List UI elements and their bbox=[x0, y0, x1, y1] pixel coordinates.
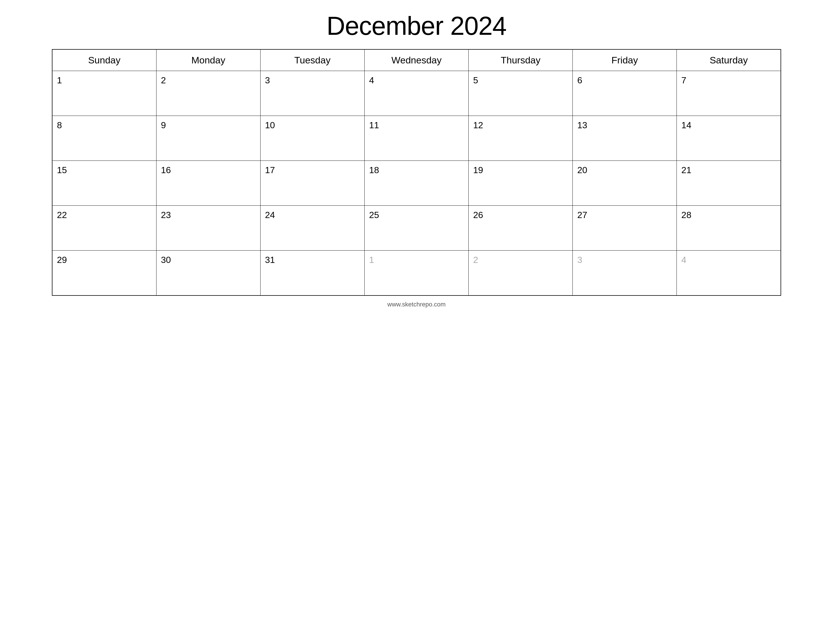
day-number: 9 bbox=[161, 120, 166, 130]
calendar-cell: 1 bbox=[52, 71, 156, 116]
calendar-cell: 18 bbox=[364, 161, 468, 206]
day-number: 15 bbox=[57, 165, 67, 175]
calendar-cell: 25 bbox=[364, 206, 468, 251]
calendar-cell: 17 bbox=[260, 161, 364, 206]
day-number: 5 bbox=[473, 75, 478, 85]
day-number: 17 bbox=[265, 165, 275, 175]
calendar-container: SundayMondayTuesdayWednesdayThursdayFrid… bbox=[52, 49, 781, 296]
calendar-week-row: 15161718192021 bbox=[52, 161, 781, 206]
day-header-row: SundayMondayTuesdayWednesdayThursdayFrid… bbox=[52, 49, 781, 71]
calendar-cell: 15 bbox=[52, 161, 156, 206]
calendar-cell: 19 bbox=[469, 161, 573, 206]
day-number: 29 bbox=[57, 255, 67, 265]
calendar-cell: 11 bbox=[364, 116, 468, 161]
day-of-week-saturday: Saturday bbox=[677, 49, 781, 71]
footer-url: www.sketchrepo.com bbox=[388, 301, 445, 308]
calendar-cell: 8 bbox=[52, 116, 156, 161]
day-of-week-wednesday: Wednesday bbox=[364, 49, 468, 71]
day-number: 26 bbox=[473, 210, 483, 220]
calendar-cell: 24 bbox=[260, 206, 364, 251]
day-number: 19 bbox=[473, 165, 483, 175]
calendar-cell: 1 bbox=[364, 251, 468, 295]
calendar-cell: 4 bbox=[364, 71, 468, 116]
calendar-week-row: 22232425262728 bbox=[52, 206, 781, 251]
day-number: 8 bbox=[57, 120, 62, 130]
calendar-cell: 27 bbox=[573, 206, 677, 251]
day-number: 12 bbox=[473, 120, 483, 130]
calendar-cell: 6 bbox=[573, 71, 677, 116]
calendar-cell: 26 bbox=[469, 206, 573, 251]
calendar-cell: 30 bbox=[156, 251, 260, 295]
calendar-cell: 13 bbox=[573, 116, 677, 161]
day-number: 28 bbox=[681, 210, 691, 220]
day-number: 7 bbox=[681, 75, 686, 85]
calendar-cell: 5 bbox=[469, 71, 573, 116]
day-number: 20 bbox=[577, 165, 587, 175]
day-number: 18 bbox=[369, 165, 379, 175]
day-number: 16 bbox=[161, 165, 171, 175]
day-number: 24 bbox=[265, 210, 275, 220]
day-number: 21 bbox=[681, 165, 691, 175]
calendar-cell: 4 bbox=[677, 251, 781, 295]
day-number: 10 bbox=[265, 120, 275, 130]
calendar-cell: 28 bbox=[677, 206, 781, 251]
day-number: 3 bbox=[577, 255, 582, 265]
day-of-week-friday: Friday bbox=[573, 49, 677, 71]
day-number: 23 bbox=[161, 210, 171, 220]
day-number: 11 bbox=[369, 120, 379, 130]
day-number: 13 bbox=[577, 120, 587, 130]
calendar-cell: 2 bbox=[469, 251, 573, 295]
calendar-week-row: 891011121314 bbox=[52, 116, 781, 161]
calendar-cell: 12 bbox=[469, 116, 573, 161]
calendar-cell: 9 bbox=[156, 116, 260, 161]
day-number: 2 bbox=[161, 75, 166, 85]
calendar-cell: 31 bbox=[260, 251, 364, 295]
day-of-week-thursday: Thursday bbox=[469, 49, 573, 71]
day-number: 2 bbox=[473, 255, 478, 265]
day-number: 1 bbox=[369, 255, 374, 265]
calendar-cell: 2 bbox=[156, 71, 260, 116]
day-of-week-monday: Monday bbox=[156, 49, 260, 71]
calendar-cell: 22 bbox=[52, 206, 156, 251]
calendar-week-row: 1234567 bbox=[52, 71, 781, 116]
day-number: 14 bbox=[681, 120, 691, 130]
day-number: 3 bbox=[265, 75, 270, 85]
calendar-cell: 20 bbox=[573, 161, 677, 206]
calendar-cell: 10 bbox=[260, 116, 364, 161]
calendar-cell: 16 bbox=[156, 161, 260, 206]
day-number: 4 bbox=[681, 255, 686, 265]
calendar-cell: 3 bbox=[573, 251, 677, 295]
calendar-title: December 2024 bbox=[326, 11, 507, 41]
day-number: 1 bbox=[57, 75, 62, 85]
calendar-cell: 3 bbox=[260, 71, 364, 116]
calendar-table: SundayMondayTuesdayWednesdayThursdayFrid… bbox=[52, 49, 781, 296]
day-number: 22 bbox=[57, 210, 67, 220]
day-number: 6 bbox=[577, 75, 582, 85]
day-number: 25 bbox=[369, 210, 379, 220]
calendar-cell: 14 bbox=[677, 116, 781, 161]
calendar-week-row: 2930311234 bbox=[52, 251, 781, 295]
day-number: 4 bbox=[369, 75, 374, 85]
calendar-cell: 7 bbox=[677, 71, 781, 116]
day-number: 30 bbox=[161, 255, 171, 265]
calendar-cell: 23 bbox=[156, 206, 260, 251]
calendar-cell: 29 bbox=[52, 251, 156, 295]
calendar-cell: 21 bbox=[677, 161, 781, 206]
day-number: 31 bbox=[265, 255, 275, 265]
day-of-week-sunday: Sunday bbox=[52, 49, 156, 71]
day-of-week-tuesday: Tuesday bbox=[260, 49, 364, 71]
day-number: 27 bbox=[577, 210, 587, 220]
